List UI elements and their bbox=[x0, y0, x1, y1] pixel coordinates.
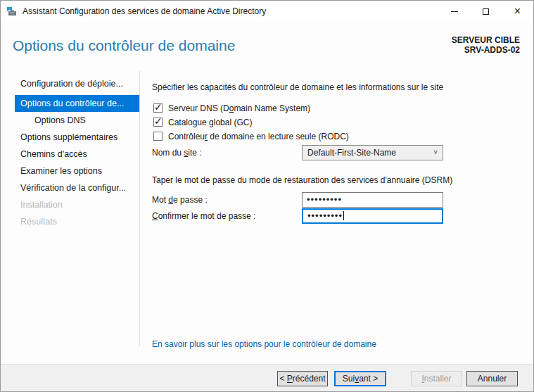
cancel-button[interactable]: Annuler bbox=[466, 371, 518, 386]
nav-divider bbox=[139, 71, 140, 346]
window-title: Assistant Configuration des services de … bbox=[23, 1, 266, 22]
nav-item-additional-options[interactable]: Options supplémentaires bbox=[15, 129, 139, 146]
target-server: SERVEUR CIBLE SRV-ADDS-02 bbox=[452, 35, 520, 55]
page-title: Options du contrôleur de domaine bbox=[13, 37, 235, 54]
close-icon: × bbox=[514, 6, 521, 17]
install-button[interactable]: Installer bbox=[411, 371, 462, 386]
checkbox-row-global-catalog: Catalogue global (GC) bbox=[153, 118, 252, 132]
nav-item-paths[interactable]: Chemins d'accès bbox=[15, 146, 139, 163]
capabilities-intro-text: Spécifier les capacités du contrôleur de… bbox=[152, 82, 443, 92]
site-name-value: Default-First-Site-Name bbox=[307, 148, 396, 158]
password-input[interactable]: ••••••••• bbox=[302, 192, 443, 208]
minimize-icon bbox=[451, 11, 458, 12]
dns-server-label: Serveur DNS (Domain Name System) bbox=[168, 103, 310, 113]
target-server-name: SRV-ADDS-02 bbox=[452, 45, 520, 55]
window-controls: × bbox=[438, 1, 533, 22]
dsrm-heading: Taper le mot de passe du mode de restaur… bbox=[152, 175, 452, 185]
target-server-label: SERVEUR CIBLE bbox=[452, 35, 520, 45]
previous-button[interactable]: < Précédent bbox=[277, 371, 328, 386]
learn-more-link[interactable]: En savoir plus sur les options pour le c… bbox=[152, 339, 376, 349]
checkbox-row-rodc: Contrôleur de domaine en lecture seule (… bbox=[153, 132, 349, 146]
text-caret bbox=[343, 211, 344, 220]
next-button[interactable]: Suivant > bbox=[334, 371, 386, 386]
dns-server-checkbox[interactable] bbox=[153, 103, 163, 113]
nav-item-results: Résultats bbox=[15, 213, 139, 230]
nav-item-installation: Installation bbox=[15, 196, 139, 213]
password-label: Mot de passe : bbox=[152, 195, 208, 205]
nav-item-review-options[interactable]: Examiner les options bbox=[15, 163, 139, 179]
confirm-password-label: Confirmer le mot de passe : bbox=[152, 211, 255, 221]
rodc-checkbox[interactable] bbox=[153, 132, 163, 141]
nav-item-prerequisites-check[interactable]: Vérification de la configur... bbox=[15, 179, 139, 196]
titlebar: Assistant Configuration des services de … bbox=[1, 1, 533, 22]
nav-item-deployment-configuration[interactable]: Configuration de déploie... bbox=[15, 75, 139, 92]
footer-bar: < Précédent Suivant > Installer Annuler bbox=[1, 364, 533, 392]
nav-item-dns-options[interactable]: Options DNS bbox=[15, 112, 139, 129]
minimize-button[interactable] bbox=[438, 1, 470, 22]
server-manager-icon bbox=[6, 6, 18, 17]
maximize-button[interactable] bbox=[470, 1, 502, 22]
checkbox-row-dns-server: Serveur DNS (Domain Name System) bbox=[153, 103, 310, 118]
nav-item-domain-controller-options[interactable]: Options du contrôleur de... bbox=[15, 95, 139, 112]
global-catalog-checkbox[interactable] bbox=[153, 118, 163, 127]
close-button[interactable]: × bbox=[502, 1, 533, 22]
global-catalog-label: Catalogue global (GC) bbox=[168, 118, 252, 127]
wizard-window: Assistant Configuration des services de … bbox=[0, 0, 534, 392]
site-name-dropdown[interactable]: Default-First-Site-Name ˅ bbox=[302, 145, 443, 160]
maximize-icon bbox=[483, 8, 489, 15]
chevron-down-icon: ˅ bbox=[433, 146, 438, 160]
site-name-label: Nom du site : bbox=[152, 148, 202, 158]
rodc-label: Contrôleur de domaine en lecture seule (… bbox=[168, 132, 349, 141]
confirm-password-input[interactable]: ••••••••• bbox=[302, 208, 443, 224]
